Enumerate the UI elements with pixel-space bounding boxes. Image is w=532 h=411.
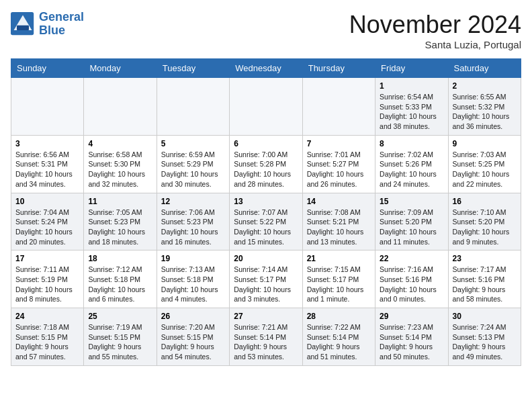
table-cell: 3Sunrise: 6:56 AM Sunset: 5:31 PM Daylig… xyxy=(11,135,84,193)
table-cell xyxy=(302,78,375,136)
table-cell: 12Sunrise: 7:06 AM Sunset: 5:23 PM Dayli… xyxy=(157,193,229,250)
day-info: Sunrise: 7:23 AM Sunset: 5:14 PM Dayligh… xyxy=(380,322,443,362)
day-info: Sunrise: 7:17 AM Sunset: 5:16 PM Dayligh… xyxy=(453,265,517,304)
table-cell: 10Sunrise: 7:04 AM Sunset: 5:24 PM Dayli… xyxy=(11,193,84,250)
day-info: Sunrise: 7:14 AM Sunset: 5:17 PM Dayligh… xyxy=(234,265,298,304)
table-cell: 11Sunrise: 7:05 AM Sunset: 5:23 PM Dayli… xyxy=(84,193,157,250)
calendar-row: 3Sunrise: 6:56 AM Sunset: 5:31 PM Daylig… xyxy=(11,135,521,193)
col-wednesday: Wednesday xyxy=(230,59,302,78)
title-block: November 2024 Santa Luzia, Portugal xyxy=(349,11,521,50)
calendar-row: 1Sunrise: 6:54 AM Sunset: 5:33 PM Daylig… xyxy=(11,78,521,136)
table-cell: 28Sunrise: 7:22 AM Sunset: 5:14 PM Dayli… xyxy=(302,308,375,366)
day-info: Sunrise: 7:24 AM Sunset: 5:13 PM Dayligh… xyxy=(453,322,517,362)
col-sunday: Sunday xyxy=(11,59,84,78)
day-number: 11 xyxy=(88,197,152,206)
table-cell: 14Sunrise: 7:08 AM Sunset: 5:21 PM Dayli… xyxy=(302,193,375,250)
day-number: 14 xyxy=(307,197,371,206)
day-number: 22 xyxy=(380,254,443,263)
logo: General Blue xyxy=(11,11,84,38)
day-number: 3 xyxy=(15,139,79,148)
day-number: 30 xyxy=(453,312,517,321)
day-info: Sunrise: 7:20 AM Sunset: 5:15 PM Dayligh… xyxy=(161,322,225,362)
day-number: 19 xyxy=(161,254,225,263)
day-number: 15 xyxy=(380,197,443,206)
calendar-row: 24Sunrise: 7:18 AM Sunset: 5:15 PM Dayli… xyxy=(11,308,521,366)
table-cell: 26Sunrise: 7:20 AM Sunset: 5:15 PM Dayli… xyxy=(157,308,229,366)
day-info: Sunrise: 6:59 AM Sunset: 5:29 PM Dayligh… xyxy=(161,150,225,189)
table-cell: 13Sunrise: 7:07 AM Sunset: 5:22 PM Dayli… xyxy=(230,193,302,250)
day-number: 29 xyxy=(380,312,443,321)
logo-line2: Blue xyxy=(39,24,84,38)
day-info: Sunrise: 7:03 AM Sunset: 5:25 PM Dayligh… xyxy=(453,150,517,189)
day-number: 7 xyxy=(307,139,371,148)
table-cell: 15Sunrise: 7:09 AM Sunset: 5:20 PM Dayli… xyxy=(375,193,448,250)
day-number: 2 xyxy=(453,81,517,91)
day-number: 12 xyxy=(161,197,225,206)
table-cell: 2Sunrise: 6:55 AM Sunset: 5:32 PM Daylig… xyxy=(448,78,521,136)
table-cell: 17Sunrise: 7:11 AM Sunset: 5:19 PM Dayli… xyxy=(11,250,84,308)
day-info: Sunrise: 7:04 AM Sunset: 5:24 PM Dayligh… xyxy=(15,208,79,247)
col-friday: Friday xyxy=(375,59,448,78)
table-cell: 8Sunrise: 7:02 AM Sunset: 5:26 PM Daylig… xyxy=(375,135,448,193)
day-info: Sunrise: 7:07 AM Sunset: 5:22 PM Dayligh… xyxy=(234,208,298,247)
day-number: 6 xyxy=(234,139,298,148)
day-info: Sunrise: 7:12 AM Sunset: 5:18 PM Dayligh… xyxy=(88,265,152,304)
day-number: 16 xyxy=(453,197,517,206)
table-cell: 24Sunrise: 7:18 AM Sunset: 5:15 PM Dayli… xyxy=(11,308,84,366)
table-cell: 29Sunrise: 7:23 AM Sunset: 5:14 PM Dayli… xyxy=(375,308,448,366)
day-number: 4 xyxy=(88,139,152,148)
day-info: Sunrise: 7:09 AM Sunset: 5:20 PM Dayligh… xyxy=(380,208,443,247)
svg-rect-2 xyxy=(17,26,29,30)
day-info: Sunrise: 7:05 AM Sunset: 5:23 PM Dayligh… xyxy=(88,208,152,247)
day-number: 27 xyxy=(234,312,298,321)
page-header: General Blue November 2024 Santa Luzia, … xyxy=(11,11,521,50)
table-cell: 21Sunrise: 7:15 AM Sunset: 5:17 PM Dayli… xyxy=(302,250,375,308)
day-info: Sunrise: 7:13 AM Sunset: 5:18 PM Dayligh… xyxy=(161,265,225,304)
day-number: 13 xyxy=(234,197,298,206)
table-cell: 25Sunrise: 7:19 AM Sunset: 5:15 PM Dayli… xyxy=(84,308,157,366)
day-info: Sunrise: 7:06 AM Sunset: 5:23 PM Dayligh… xyxy=(161,208,225,247)
day-info: Sunrise: 7:00 AM Sunset: 5:28 PM Dayligh… xyxy=(234,150,298,189)
table-cell: 4Sunrise: 6:58 AM Sunset: 5:30 PM Daylig… xyxy=(84,135,157,193)
month-title: November 2024 xyxy=(349,11,521,39)
day-info: Sunrise: 7:01 AM Sunset: 5:27 PM Dayligh… xyxy=(307,150,371,189)
day-number: 10 xyxy=(15,197,79,206)
table-cell: 7Sunrise: 7:01 AM Sunset: 5:27 PM Daylig… xyxy=(302,135,375,193)
table-cell xyxy=(84,78,157,136)
day-info: Sunrise: 7:10 AM Sunset: 5:20 PM Dayligh… xyxy=(453,208,517,247)
day-info: Sunrise: 7:22 AM Sunset: 5:14 PM Dayligh… xyxy=(307,322,371,362)
day-info: Sunrise: 7:11 AM Sunset: 5:19 PM Dayligh… xyxy=(15,265,79,304)
table-cell: 20Sunrise: 7:14 AM Sunset: 5:17 PM Dayli… xyxy=(230,250,302,308)
day-info: Sunrise: 7:08 AM Sunset: 5:21 PM Dayligh… xyxy=(307,208,371,247)
location-subtitle: Santa Luzia, Portugal xyxy=(349,39,521,50)
col-saturday: Saturday xyxy=(448,59,521,78)
day-number: 23 xyxy=(453,254,517,263)
table-cell: 5Sunrise: 6:59 AM Sunset: 5:29 PM Daylig… xyxy=(157,135,229,193)
table-cell: 9Sunrise: 7:03 AM Sunset: 5:25 PM Daylig… xyxy=(448,135,521,193)
day-info: Sunrise: 7:18 AM Sunset: 5:15 PM Dayligh… xyxy=(15,322,79,362)
day-number: 21 xyxy=(307,254,371,263)
logo-icon xyxy=(11,12,35,36)
day-info: Sunrise: 6:56 AM Sunset: 5:31 PM Dayligh… xyxy=(15,150,79,189)
table-cell xyxy=(157,78,229,136)
day-number: 28 xyxy=(307,312,371,321)
table-cell: 16Sunrise: 7:10 AM Sunset: 5:20 PM Dayli… xyxy=(448,193,521,250)
day-number: 8 xyxy=(380,139,443,148)
day-info: Sunrise: 6:58 AM Sunset: 5:30 PM Dayligh… xyxy=(88,150,152,189)
col-tuesday: Tuesday xyxy=(157,59,229,78)
day-number: 25 xyxy=(88,312,152,321)
calendar-table: Sunday Monday Tuesday Wednesday Thursday… xyxy=(11,58,521,366)
table-cell: 27Sunrise: 7:21 AM Sunset: 5:14 PM Dayli… xyxy=(230,308,302,366)
day-number: 9 xyxy=(453,139,517,148)
table-cell: 22Sunrise: 7:16 AM Sunset: 5:16 PM Dayli… xyxy=(375,250,448,308)
day-info: Sunrise: 7:19 AM Sunset: 5:15 PM Dayligh… xyxy=(88,322,152,362)
col-thursday: Thursday xyxy=(302,59,375,78)
calendar-header-row: Sunday Monday Tuesday Wednesday Thursday… xyxy=(11,59,521,78)
day-info: Sunrise: 7:02 AM Sunset: 5:26 PM Dayligh… xyxy=(380,150,443,189)
day-info: Sunrise: 7:21 AM Sunset: 5:14 PM Dayligh… xyxy=(234,322,298,362)
day-info: Sunrise: 7:15 AM Sunset: 5:17 PM Dayligh… xyxy=(307,265,371,304)
day-number: 5 xyxy=(161,139,225,148)
table-cell: 6Sunrise: 7:00 AM Sunset: 5:28 PM Daylig… xyxy=(230,135,302,193)
day-number: 20 xyxy=(234,254,298,263)
table-cell: 30Sunrise: 7:24 AM Sunset: 5:13 PM Dayli… xyxy=(448,308,521,366)
